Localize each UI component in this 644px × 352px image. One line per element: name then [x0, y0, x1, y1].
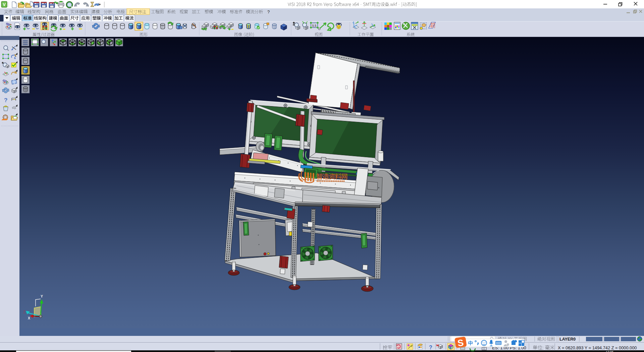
svg-text:?: ? — [429, 345, 432, 350]
svg-text:V: V — [3, 2, 6, 7]
svg-text:?: ? — [267, 9, 270, 14]
svg-text:7: 7 — [507, 343, 509, 346]
svg-text:X = 0620.893 Y = 1494.742 Z =: X = 0620.893 Y = 1494.742 Z = 0000.000 — [558, 345, 637, 350]
svg-text:LAYER0: LAYER0 — [559, 337, 576, 342]
svg-text:Y: Y — [41, 294, 43, 298]
svg-text:?: ? — [4, 97, 7, 103]
svg-text:X: X — [28, 316, 30, 320]
svg-text:17:08: 17:08 — [606, 350, 613, 352]
svg-text:1:1: 1:1 — [312, 24, 316, 27]
